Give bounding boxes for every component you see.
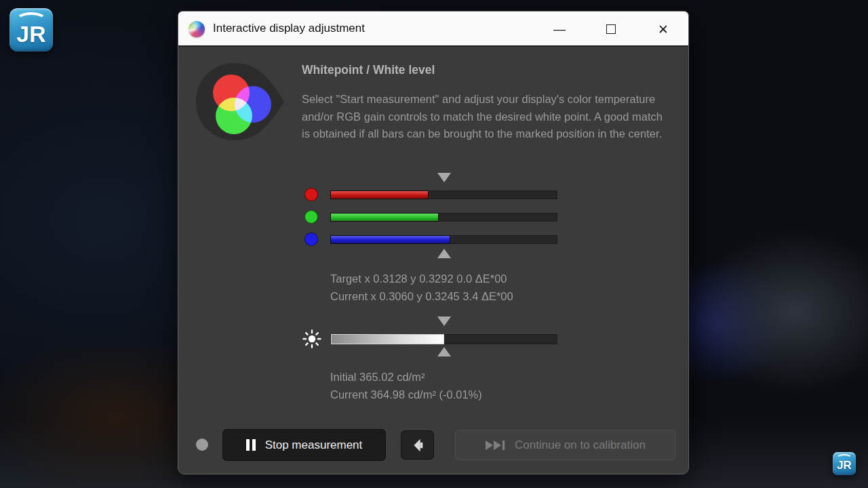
blue-bar-fill	[331, 236, 450, 243]
jr-logo-arc	[836, 454, 852, 463]
jr-logo-watermark: JR	[833, 452, 856, 475]
luminance-readout: Initial 365.02 cd/m² Current 364.98 cd/m…	[330, 369, 482, 403]
displaycal-logo-icon	[189, 21, 205, 37]
window-title: Interactive display adjustment	[213, 22, 365, 35]
current-luminance-value: Current 364.98 cd/m² (-0.01%)	[330, 386, 482, 404]
red-channel-icon	[304, 188, 318, 201]
blue-channel-icon	[304, 232, 318, 246]
rgb-circles-icon	[192, 59, 287, 146]
interactive-display-adjustment-window: Interactive display adjustment — ✕ White…	[178, 11, 689, 474]
center-marker-down-icon	[437, 173, 451, 182]
brightness-icon	[302, 329, 321, 348]
center-marker-up-icon	[437, 347, 451, 357]
close-icon: ✕	[658, 22, 669, 37]
adjustment-panel: Whitepoint / White level Select "Start m…	[178, 47, 688, 474]
red-bar-fill	[331, 191, 428, 199]
skip-to-end-icon	[485, 440, 507, 451]
blue-bar-track	[330, 235, 557, 244]
whitepoint-readout: Target x 0.3128 y 0.3292 0.0 ΔE*00 Curre…	[330, 270, 513, 305]
center-marker-down-icon	[437, 317, 451, 326]
continue-to-calibration-label: Continue on to calibration	[515, 439, 646, 452]
white-level-track	[330, 334, 557, 344]
stop-measurement-button[interactable]: Stop measurement	[222, 429, 386, 461]
current-whitepoint-value: Current x 0.3060 y 0.3245 3.4 ΔE*00	[330, 288, 513, 306]
measurement-status-indicator	[196, 439, 208, 451]
center-marker-up-icon	[437, 249, 451, 258]
maximize-icon	[606, 24, 616, 34]
close-button[interactable]: ✕	[648, 17, 679, 41]
section-heading: Whitepoint / White level	[302, 63, 435, 77]
titlebar[interactable]: Interactive display adjustment — ✕	[178, 12, 688, 47]
green-bar-track	[330, 213, 557, 222]
jr-logo: JR	[9, 8, 53, 52]
minimize-icon: —	[553, 22, 566, 37]
green-channel-icon	[304, 210, 318, 224]
jr-logo-arc	[16, 12, 47, 28]
red-bar-track	[330, 190, 557, 199]
speaker-icon	[410, 437, 425, 453]
target-whitepoint-value: Target x 0.3128 y 0.3292 0.0 ΔE*00	[330, 270, 513, 288]
continue-to-calibration-button[interactable]: Continue on to calibration	[455, 430, 675, 460]
green-bar-fill	[331, 214, 438, 221]
pause-icon	[246, 439, 256, 451]
white-level-fill	[331, 334, 444, 344]
instructions-text: Select "Start measurement" and adjust yo…	[302, 91, 668, 143]
sound-check-button[interactable]	[401, 430, 434, 460]
maximize-button[interactable]	[595, 17, 627, 41]
minimize-button[interactable]: —	[544, 17, 575, 41]
initial-luminance-value: Initial 365.02 cd/m²	[330, 369, 482, 386]
stop-measurement-label: Stop measurement	[265, 439, 363, 452]
